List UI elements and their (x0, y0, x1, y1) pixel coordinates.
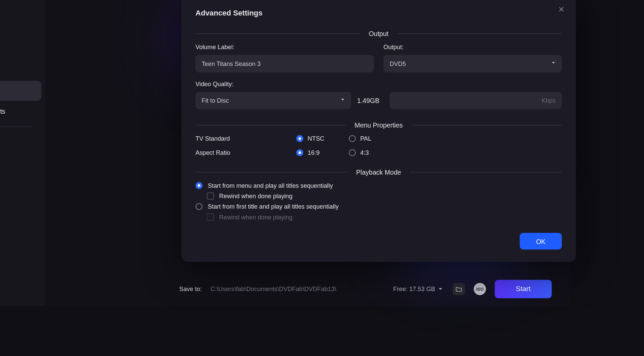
section-label: Playback Mode (356, 169, 401, 176)
tv-pal-radio[interactable]: PAL (349, 135, 401, 142)
sidebar-item-finished[interactable]: Finished (0, 152, 41, 172)
volume-label-input[interactable] (195, 55, 374, 72)
app-window: DVDFab 13.0.0.0 Home Copy Ripper Convert… (0, 0, 569, 306)
rewind-checkbox-1[interactable]: Rewind when done playing (207, 192, 562, 200)
nav: Home Copy Ripper Converter Creator DVDFa… (0, 0, 46, 199)
folder-button[interactable] (453, 283, 465, 295)
modal-close-icon[interactable] (558, 5, 565, 15)
ok-label: OK (536, 238, 545, 245)
sidebar-item-home[interactable]: Home (0, 0, 41, 20)
iso-label: ISO (476, 287, 484, 291)
chevron-down-icon (437, 285, 444, 292)
sidebar-item-ripper[interactable]: Ripper (0, 40, 41, 61)
sidebar: DVDFab 13.0.0.0 Home Copy Ripper Convert… (0, 0, 46, 306)
modal-title: Advanced Settings (195, 9, 562, 17)
radio-label: NTSC (308, 135, 325, 142)
tv-ntsc-radio[interactable]: NTSC (296, 135, 349, 142)
checkbox-label: Rewind when done playing (219, 214, 293, 221)
output-select[interactable]: DVD5 (383, 55, 562, 72)
radio-label: Start from menu and play all titles sequ… (208, 182, 333, 189)
start-label: Start (516, 285, 531, 293)
output-value: DVD5 (389, 60, 406, 67)
save-path: C:\Users\fab\Documents\DVDFab\DVDFab13\ (211, 285, 336, 292)
playback-opt-first-title[interactable]: Start from first title and play all titl… (195, 203, 562, 210)
rewind-checkbox-2: Rewind when done playing (207, 214, 562, 221)
video-quality-select[interactable]: Fit to Disc (195, 92, 351, 109)
sidebar-item-label: DVDFab Products (0, 107, 5, 115)
video-quality-lbl: Video Quality: (195, 80, 562, 87)
sidebar-item-products[interactable]: DVDFab Products (0, 101, 41, 121)
radio-label: PAL (360, 135, 371, 142)
section-label: Menu Properties (354, 121, 403, 129)
aspect-169-radio[interactable]: 16:9 (296, 149, 349, 156)
footer: Save to: C:\Users\fab\Documents\DVDFab\D… (179, 280, 552, 298)
chevron-down-icon (340, 97, 346, 104)
ok-button[interactable]: OK (520, 233, 562, 250)
save-to-label: Save to: (179, 285, 202, 292)
iso-button[interactable]: ISO (474, 283, 486, 295)
output-lbl: Output: (383, 43, 562, 50)
folder-icon (455, 285, 462, 292)
nav-separator (0, 126, 33, 127)
output-size: 1.49GB (357, 97, 383, 104)
kbps-unit: Kbps (542, 97, 556, 104)
advanced-settings-modal: Advanced Settings Output Volume Label: O… (182, 0, 576, 262)
section-label: Output (369, 30, 389, 37)
section-menu: Menu Properties (195, 121, 562, 129)
sidebar-item-converter[interactable]: Converter (0, 61, 41, 81)
checkbox-label: Rewind when done playing (219, 192, 293, 200)
aspect-43-radio[interactable]: 4:3 (349, 149, 401, 156)
sidebar-item-archived[interactable]: Archived (0, 172, 41, 192)
sidebar-item-copy[interactable]: Copy (0, 20, 41, 40)
radio-label: Start from first title and play all titl… (208, 203, 339, 210)
free-space[interactable]: Free: 17.53 GB (393, 285, 444, 292)
bitrate-input[interactable] (389, 92, 562, 109)
section-output: Output (195, 30, 562, 37)
radio-label: 16:9 (308, 149, 320, 156)
section-playback: Playback Mode (195, 169, 562, 176)
radio-label: 4:3 (360, 149, 369, 156)
volume-label-lbl: Volume Label: (195, 43, 374, 50)
chevron-down-icon (551, 60, 557, 67)
main-area: Ready to Start 3 / 4.20 GB Save to: C:\U… (46, 0, 569, 306)
video-quality-value: Fit to Disc (201, 97, 229, 104)
aspect-ratio-lbl: Aspect Ratio (195, 149, 296, 156)
free-text: Free: 17.53 GB (393, 285, 435, 292)
sidebar-item-processing[interactable]: Processing (0, 132, 41, 152)
start-button[interactable]: Start (495, 280, 552, 298)
tv-standard-lbl: TV Standard (195, 135, 296, 142)
playback-opt-menu[interactable]: Start from menu and play all titles sequ… (195, 182, 562, 189)
sidebar-item-creator[interactable]: Creator (0, 81, 41, 101)
